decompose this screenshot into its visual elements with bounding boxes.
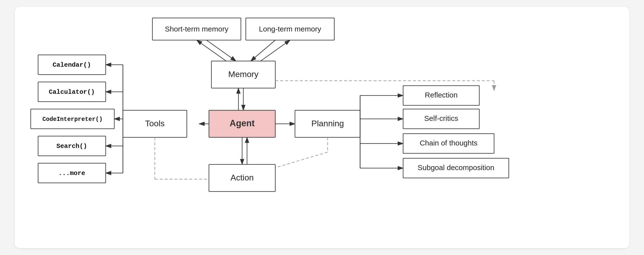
memory-to-long-term-arrow bbox=[260, 40, 290, 61]
short-term-memory-label: Short-term memory bbox=[165, 25, 228, 33]
planning-label: Planning bbox=[312, 119, 344, 128]
long-term-to-memory-arrow bbox=[251, 40, 275, 61]
calendar-label: Calendar() bbox=[52, 61, 91, 69]
chain-of-thoughts-label: Chain of thoughts bbox=[420, 139, 477, 147]
diagram-container: Short-term memory Long-term memory Memor… bbox=[15, 7, 629, 248]
memory-label: Memory bbox=[228, 69, 258, 79]
diagram-svg: Short-term memory Long-term memory Memor… bbox=[15, 7, 629, 248]
more-label: ...more bbox=[58, 170, 85, 177]
code-interpreter-label: CodeInterpreter() bbox=[42, 116, 103, 123]
self-critics-label: Self-critics bbox=[424, 114, 458, 122]
calculator-label: Calculator() bbox=[49, 88, 95, 96]
action-label: Action bbox=[230, 173, 254, 182]
reflection-label: Reflection bbox=[425, 91, 458, 99]
agent-label: Agent bbox=[230, 118, 255, 128]
tools-label: Tools bbox=[145, 119, 164, 128]
subgoal-decomposition-label: Subgoal decomposition bbox=[418, 163, 494, 172]
long-term-memory-label: Long-term memory bbox=[259, 25, 321, 33]
search-label: Search() bbox=[56, 142, 87, 150]
